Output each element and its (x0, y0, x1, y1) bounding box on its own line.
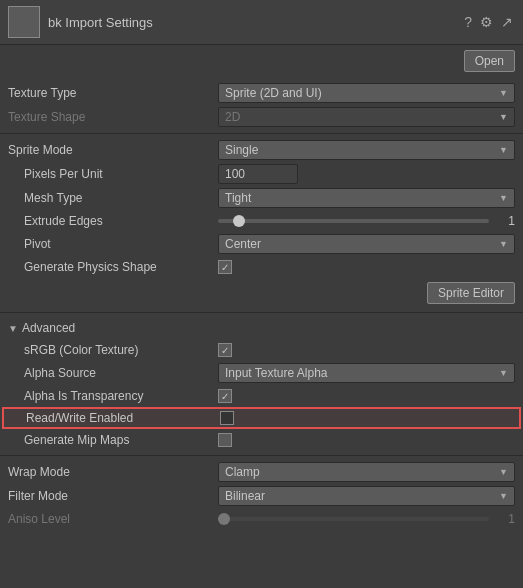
divider-2 (0, 312, 523, 313)
texture-type-arrow: ▼ (499, 88, 508, 98)
pixels-per-unit-value: 100 (218, 164, 515, 184)
generate-physics-checkbox[interactable] (218, 260, 232, 274)
asset-icon (8, 6, 40, 38)
alpha-source-arrow: ▼ (499, 368, 508, 378)
import-settings-panel: bk Import Settings ? ⚙ ↗ Open Texture Ty… (0, 0, 523, 534)
srgb-checkbox[interactable] (218, 343, 232, 357)
pivot-label: Pivot (8, 237, 218, 251)
filter-mode-arrow: ▼ (499, 491, 508, 501)
content: Texture Type Sprite (2D and UI) ▼ Textur… (0, 77, 523, 534)
alpha-transparency-value (218, 389, 515, 403)
texture-shape-label: Texture Shape (8, 110, 218, 124)
sprite-mode-dropdown[interactable]: Single ▼ (218, 140, 515, 160)
sprite-editor-button[interactable]: Sprite Editor (427, 282, 515, 304)
texture-type-value: Sprite (2D and UI) ▼ (218, 83, 515, 103)
extrude-edges-value: 1 (218, 214, 515, 228)
advanced-section-header[interactable]: ▼ Advanced (0, 317, 523, 339)
divider-1 (0, 133, 523, 134)
alpha-source-value: Input Texture Alpha ▼ (218, 363, 515, 383)
texture-shape-arrow: ▼ (499, 112, 508, 122)
aniso-level-label: Aniso Level (8, 512, 218, 526)
sprite-editor-row: Sprite Editor (0, 278, 523, 308)
generate-mip-maps-checkbox[interactable] (218, 433, 232, 447)
pivot-dropdown[interactable]: Center ▼ (218, 234, 515, 254)
texture-type-label: Texture Type (8, 86, 218, 100)
open-row: Open (0, 45, 523, 77)
read-write-row: Read/Write Enabled (2, 407, 521, 429)
wrap-mode-selected: Clamp (225, 465, 260, 479)
advanced-triangle: ▼ (8, 323, 18, 334)
aniso-level-slider-container: 1 (218, 512, 515, 526)
wrap-mode-arrow: ▼ (499, 467, 508, 477)
wrap-mode-value: Clamp ▼ (218, 462, 515, 482)
sprite-mode-selected: Single (225, 143, 258, 157)
read-write-label: Read/Write Enabled (10, 411, 220, 425)
alpha-transparency-label: Alpha Is Transparency (8, 389, 218, 403)
pixels-per-unit-input[interactable]: 100 (218, 164, 298, 184)
generate-physics-row: Generate Physics Shape (0, 256, 523, 278)
srgb-row: sRGB (Color Texture) (0, 339, 523, 361)
wrap-mode-label: Wrap Mode (8, 465, 218, 479)
open-button[interactable]: Open (464, 50, 515, 72)
header-icons: ? ⚙ ↗ (462, 12, 515, 32)
alpha-transparency-checkbox[interactable] (218, 389, 232, 403)
mesh-type-selected: Tight (225, 191, 251, 205)
extrude-edges-track[interactable] (218, 219, 489, 223)
sprite-mode-arrow: ▼ (499, 145, 508, 155)
filter-mode-row: Filter Mode Bilinear ▼ (0, 484, 523, 508)
aniso-level-track[interactable] (218, 517, 489, 521)
sprite-mode-value: Single ▼ (218, 140, 515, 160)
external-icon[interactable]: ↗ (499, 12, 515, 32)
pixels-per-unit-label: Pixels Per Unit (8, 167, 218, 181)
texture-type-selected: Sprite (2D and UI) (225, 86, 322, 100)
aniso-level-value: 1 (218, 512, 515, 526)
filter-mode-selected: Bilinear (225, 489, 265, 503)
divider-3 (0, 455, 523, 456)
pivot-arrow: ▼ (499, 239, 508, 249)
header: bk Import Settings ? ⚙ ↗ (0, 0, 523, 45)
extrude-edges-value-text: 1 (495, 214, 515, 228)
srgb-label: sRGB (Color Texture) (8, 343, 218, 357)
generate-physics-label: Generate Physics Shape (8, 260, 218, 274)
alpha-source-dropdown[interactable]: Input Texture Alpha ▼ (218, 363, 515, 383)
wrap-mode-row: Wrap Mode Clamp ▼ (0, 460, 523, 484)
extrude-edges-thumb (233, 215, 245, 227)
read-write-value (220, 411, 513, 425)
filter-mode-value: Bilinear ▼ (218, 486, 515, 506)
texture-type-row: Texture Type Sprite (2D and UI) ▼ (0, 81, 523, 105)
pivot-value: Center ▼ (218, 234, 515, 254)
generate-physics-value (218, 260, 515, 274)
sprite-mode-label: Sprite Mode (8, 143, 218, 157)
texture-shape-value: 2D ▼ (218, 107, 515, 127)
alpha-transparency-row: Alpha Is Transparency (0, 385, 523, 407)
filter-mode-dropdown[interactable]: Bilinear ▼ (218, 486, 515, 506)
advanced-label: Advanced (22, 321, 75, 335)
texture-shape-dropdown[interactable]: 2D ▼ (218, 107, 515, 127)
mesh-type-arrow: ▼ (499, 193, 508, 203)
sprite-mode-row: Sprite Mode Single ▼ (0, 138, 523, 162)
generate-mip-maps-row: Generate Mip Maps (0, 429, 523, 451)
mesh-type-row: Mesh Type Tight ▼ (0, 186, 523, 210)
aniso-level-thumb (218, 513, 230, 525)
pivot-selected: Center (225, 237, 261, 251)
extrude-edges-row: Extrude Edges 1 (0, 210, 523, 232)
pivot-row: Pivot Center ▼ (0, 232, 523, 256)
filter-mode-label: Filter Mode (8, 489, 218, 503)
texture-shape-selected: 2D (225, 110, 240, 124)
mesh-type-value: Tight ▼ (218, 188, 515, 208)
generate-mip-maps-label: Generate Mip Maps (8, 433, 218, 447)
mesh-type-dropdown[interactable]: Tight ▼ (218, 188, 515, 208)
alpha-source-row: Alpha Source Input Texture Alpha ▼ (0, 361, 523, 385)
srgb-value (218, 343, 515, 357)
mesh-type-label: Mesh Type (8, 191, 218, 205)
help-icon[interactable]: ? (462, 12, 474, 32)
read-write-checkbox[interactable] (220, 411, 234, 425)
texture-type-dropdown[interactable]: Sprite (2D and UI) ▼ (218, 83, 515, 103)
wrap-mode-dropdown[interactable]: Clamp ▼ (218, 462, 515, 482)
pixels-per-unit-row: Pixels Per Unit 100 (0, 162, 523, 186)
texture-shape-row: Texture Shape 2D ▼ (0, 105, 523, 129)
header-title: bk Import Settings (48, 15, 153, 30)
aniso-level-row: Aniso Level 1 (0, 508, 523, 530)
settings-icon[interactable]: ⚙ (478, 12, 495, 32)
alpha-source-label: Alpha Source (8, 366, 218, 380)
